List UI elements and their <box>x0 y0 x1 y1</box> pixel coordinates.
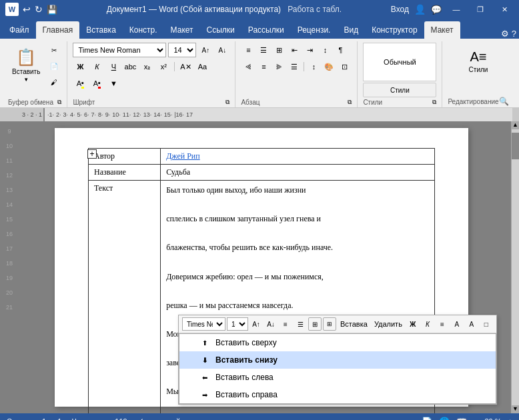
mini-bold-btn[interactable]: Ж <box>406 317 420 331</box>
redo-btn[interactable]: ↻ <box>35 4 43 15</box>
styles-gallery[interactable]: Обычный <box>363 43 436 81</box>
view-print-icon[interactable]: 📄 <box>422 417 432 421</box>
zoom-out-btn[interactable]: − <box>474 417 478 420</box>
ruler-right-margin <box>512 108 519 121</box>
tab-references[interactable]: Ссылки <box>200 21 241 39</box>
mini-italic-btn[interactable]: К <box>421 317 434 331</box>
tab-layout[interactable]: Макет <box>164 21 200 39</box>
font-name-select[interactable]: Times New Roman <box>73 43 166 57</box>
insert-left-icon: ⬅ <box>199 372 210 383</box>
author-label: Автор <box>89 149 161 165</box>
paste-btn[interactable]: 📋 Вставить ▼ <box>8 43 44 88</box>
multilevel-btn[interactable]: ⊞ <box>272 43 286 57</box>
mini-list-btn[interactable]: ≡ <box>279 317 292 331</box>
numbering-btn[interactable]: ☰ <box>256 43 271 57</box>
edit-search-icon[interactable]: 🔍 <box>499 97 509 106</box>
login-btn[interactable]: Вход <box>391 5 409 14</box>
table-add-btn[interactable]: + <box>87 149 97 159</box>
author-value[interactable]: Джей Рип <box>161 149 435 165</box>
decrease-indent-btn[interactable]: ⇤ <box>287 43 302 57</box>
format-painter-btn[interactable]: 🖌 <box>47 75 61 89</box>
close-btn[interactable]: ✕ <box>495 0 514 19</box>
lang-indicator[interactable]: русский <box>154 417 180 420</box>
increase-indent-btn[interactable]: ⇥ <box>302 43 317 57</box>
view-web-icon[interactable]: 🌐 <box>439 417 450 421</box>
ctx-insert-left[interactable]: ⬅ Вставить слева <box>179 369 496 386</box>
shading-btn[interactable]: 🎨 <box>322 59 336 74</box>
mini-border-btn[interactable]: □ <box>480 317 493 331</box>
subscript-btn[interactable]: x₂ <box>139 59 154 74</box>
cut-btn[interactable]: ✂ <box>47 43 61 57</box>
underline-btn[interactable]: Ч <box>106 59 121 74</box>
align-right-btn[interactable]: ⫸ <box>272 59 286 74</box>
tab-design[interactable]: Констр. <box>123 21 164 39</box>
scrollbar-right[interactable]: ▲ ▼ <box>511 121 519 413</box>
word-count: Число слов: 119 <box>71 417 127 420</box>
font-size-select[interactable]: 14 <box>168 43 196 57</box>
ctx-insert-right[interactable]: ➡ Вставить справа <box>179 386 496 403</box>
strikethrough-btn[interactable]: abc <box>123 59 137 74</box>
text-label: Текст <box>89 181 161 414</box>
mini-shrink-btn[interactable]: A↓ <box>264 317 278 331</box>
tab-constructor[interactable]: Конструктор <box>365 21 424 39</box>
mini-table-icon[interactable]: ⊞ <box>308 317 322 331</box>
mini-delete-label[interactable]: Удалить <box>372 320 405 328</box>
para-arrow[interactable]: ⧉ <box>348 99 352 106</box>
styles-arrow[interactable]: ⧉ <box>432 99 436 106</box>
ctx-insert-above[interactable]: ⬆ Вставить сверху <box>179 334 496 351</box>
tab-insert[interactable]: Вставка <box>79 21 123 39</box>
align-center-btn[interactable]: ≡ <box>256 59 271 74</box>
mini-list2-btn[interactable]: ☰ <box>294 317 307 331</box>
title-value[interactable]: Судьба <box>161 165 435 181</box>
minimize-btn[interactable]: — <box>447 0 466 19</box>
italic-btn[interactable]: К <box>89 59 104 74</box>
superscript-btn[interactable]: x² <box>156 59 171 74</box>
tab-table-layout[interactable]: Макет <box>424 21 460 39</box>
align-left-btn[interactable]: ⫷ <box>241 59 255 74</box>
clipboard-arrow[interactable]: ⧉ <box>57 99 61 106</box>
font-color-arrow[interactable]: ▼ <box>106 76 121 91</box>
font-format-row: Ж К Ч abc x₂ x² A✕ Aa <box>73 59 209 74</box>
bullets-btn[interactable]: ≡ <box>241 43 255 57</box>
copy-btn[interactable]: 📄 <box>47 59 61 73</box>
justify-btn[interactable]: ☰ <box>287 59 302 74</box>
change-case-btn[interactable]: Aa <box>195 59 209 74</box>
scroll-down-btn[interactable]: ▼ <box>512 405 520 413</box>
help-icon[interactable]: ? <box>512 29 516 39</box>
zoom-level: 30 % <box>484 417 501 420</box>
clear-format-btn[interactable]: A✕ <box>178 59 193 74</box>
mini-highlight-btn[interactable]: A <box>450 317 464 331</box>
font-arrow[interactable]: ⧉ <box>225 99 229 106</box>
borders-btn[interactable]: ⊡ <box>337 59 352 74</box>
bold-btn[interactable]: Ж <box>73 59 87 74</box>
mini-align-btn[interactable]: ≡ <box>436 317 449 331</box>
view-read-icon[interactable]: 📖 <box>456 417 467 421</box>
styles-content: Обычный Стили <box>363 43 436 99</box>
tab-home[interactable]: Главная <box>36 21 80 39</box>
mini-insert-btn[interactable]: ⊞ <box>323 317 336 331</box>
zoom-in-btn[interactable]: + <box>508 417 512 420</box>
undo-btn[interactable]: ↩ <box>23 4 31 15</box>
show-marks-btn[interactable]: ¶ <box>333 43 348 57</box>
tab-mailings[interactable]: Рассылки <box>241 21 291 39</box>
ctx-insert-below[interactable]: ⬇ Вставить снизу <box>179 351 496 369</box>
mini-size-select[interactable]: 14 <box>227 317 248 331</box>
font-color-btn[interactable]: A▪ <box>89 76 104 91</box>
tab-file[interactable]: Файл <box>3 21 36 39</box>
sort-btn[interactable]: ↕ <box>318 43 332 57</box>
line-spacing-btn[interactable]: ↕ <box>306 59 321 74</box>
tab-view[interactable]: Вид <box>337 21 365 39</box>
styles-large-btn[interactable]: A≡ Стили <box>458 43 498 79</box>
grow-font-btn[interactable]: A↑ <box>198 43 213 57</box>
restore-btn[interactable]: ❐ <box>471 0 490 19</box>
mini-font-select[interactable]: Times Ne... <box>182 317 225 331</box>
styles-btn[interactable]: Стили <box>363 83 436 97</box>
mini-grow-btn[interactable]: A↑ <box>249 317 263 331</box>
shrink-font-btn[interactable]: A↓ <box>215 43 229 57</box>
mini-color-btn[interactable]: A <box>465 317 478 331</box>
tab-review[interactable]: Рецензи. <box>291 21 338 39</box>
highlight-btn[interactable]: A▪ <box>73 76 87 91</box>
scroll-up-btn[interactable]: ▲ <box>512 121 520 129</box>
scroll-thumb[interactable] <box>512 133 520 159</box>
ribbon-options-icon[interactable]: ⚙ <box>501 29 509 39</box>
